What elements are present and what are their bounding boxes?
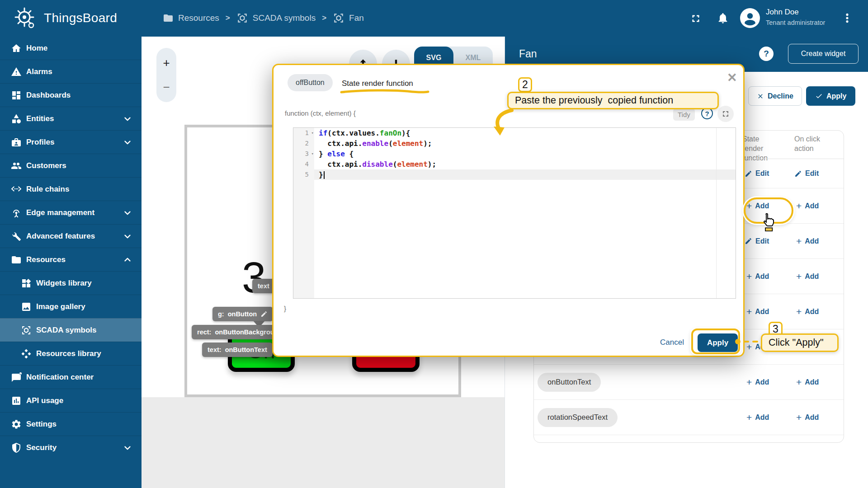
sidebar-item-label: Entities bbox=[26, 114, 54, 123]
sidebar-item-customers[interactable]: Customers bbox=[0, 154, 142, 177]
add-state-render-button[interactable]: +Add bbox=[746, 308, 769, 316]
tidy-button[interactable]: Tidy bbox=[673, 108, 695, 121]
add-state-render-button[interactable]: +Add bbox=[746, 378, 769, 386]
sidebar-item-profiles[interactable]: Profiles bbox=[0, 130, 142, 154]
sidebar-item-label: SCADA symbols bbox=[36, 326, 97, 335]
sidebar-item-label: Image gallery bbox=[36, 302, 85, 311]
editor-fullscreen-icon[interactable] bbox=[717, 106, 734, 122]
thingsboard-app: ThingsBoard Resources > SCADA symbols > … bbox=[0, 0, 868, 488]
sidebar-item-label: Dashboards bbox=[26, 91, 71, 100]
sidebar-item-label: Profiles bbox=[26, 138, 54, 147]
tools-icon bbox=[11, 231, 22, 242]
scada-symbol-icon bbox=[21, 325, 32, 336]
column-header-on-click-action: On click action bbox=[794, 134, 830, 153]
tab-state-render-function[interactable]: State render function bbox=[342, 79, 413, 88]
chevron-down-icon bbox=[123, 114, 132, 124]
add-state-render-button[interactable]: +Add bbox=[746, 272, 769, 281]
sidebar-item-widgets-library[interactable]: Widgets library bbox=[0, 271, 142, 295]
edit-state-render-button[interactable]: Edit bbox=[745, 237, 769, 245]
folder-icon bbox=[11, 254, 22, 265]
tutorial-connector-dot bbox=[735, 339, 741, 344]
kebab-menu-icon[interactable] bbox=[841, 12, 854, 26]
chat-icon bbox=[11, 372, 22, 383]
edit-state-render-button[interactable]: Edit bbox=[745, 169, 769, 178]
element-pill-rotationSpeedText[interactable]: rotationSpeedText bbox=[538, 408, 618, 427]
add-on-click-button[interactable]: +Add bbox=[796, 202, 819, 210]
add-on-click-button[interactable]: +Add bbox=[796, 378, 819, 386]
close-icon[interactable]: ✕ bbox=[727, 73, 737, 82]
breadcrumb-item-scada-symbols[interactable]: SCADA symbols bbox=[236, 12, 316, 24]
zoom-in-button[interactable]: + bbox=[156, 51, 176, 75]
close-icon bbox=[757, 93, 764, 100]
zoom-out-button[interactable]: − bbox=[156, 75, 176, 99]
sidebar-item-label: Rule chains bbox=[26, 185, 69, 194]
sidebar-item-alarms[interactable]: Alarms bbox=[0, 60, 142, 83]
table-row: rotationSpeedText+Add+Add bbox=[534, 400, 844, 435]
element-tag-text[interactable]: text bbox=[252, 279, 275, 293]
apply-button-top[interactable]: Apply bbox=[806, 86, 855, 106]
fold-caret-icon[interactable]: ▾ bbox=[311, 128, 314, 138]
code-line-5[interactable]: } bbox=[314, 169, 736, 180]
notifications-bell-icon[interactable] bbox=[717, 12, 729, 26]
profiles-icon bbox=[11, 137, 22, 148]
code-editor[interactable]: 1▾23▾45 if(ctx.values.fanOn){ ctx.api.en… bbox=[293, 127, 736, 299]
home-icon bbox=[11, 43, 22, 54]
fold-caret-icon[interactable]: ▾ bbox=[311, 149, 314, 159]
help-button[interactable]: ? bbox=[759, 47, 774, 61]
breadcrumb-separator: > bbox=[226, 14, 230, 23]
sidebar-item-resources[interactable]: Resources bbox=[0, 248, 142, 271]
decline-button[interactable]: Decline bbox=[748, 86, 802, 106]
cancel-button[interactable]: Cancel bbox=[660, 338, 684, 347]
sidebar-item-resources-library[interactable]: Resources library bbox=[0, 342, 142, 365]
avatar[interactable] bbox=[740, 8, 760, 28]
add-on-click-button[interactable]: +Add bbox=[796, 308, 819, 316]
add-on-click-button[interactable]: +Add bbox=[796, 413, 819, 422]
sidebar-item-entities[interactable]: Entities bbox=[0, 107, 142, 130]
element-tag-group-onbutton[interactable]: g: onButton bbox=[212, 307, 273, 321]
code-line-3[interactable]: } else { bbox=[314, 149, 736, 159]
tutorial-step-2-callout: Paste the previously copied function bbox=[507, 92, 719, 109]
profiles-icon bbox=[11, 137, 22, 148]
sidebar-item-advanced-features[interactable]: Advanced features bbox=[0, 224, 142, 248]
sidebar-item-notification-center[interactable]: Notification center bbox=[0, 365, 142, 389]
sidebar-item-settings[interactable]: Settings bbox=[0, 412, 142, 436]
editor-scrollbar-track[interactable] bbox=[716, 128, 717, 298]
tutorial-arrow-icon bbox=[489, 108, 514, 136]
fullscreen-icon[interactable] bbox=[690, 13, 702, 26]
edit-on-click-button[interactable]: Edit bbox=[794, 169, 819, 178]
sidebar-item-rule-chains[interactable]: Rule chains bbox=[0, 177, 142, 201]
element-pill-onButtonText[interactable]: onButtonText bbox=[538, 373, 601, 392]
sidebar-item-image-gallery[interactable]: Image gallery bbox=[0, 295, 142, 318]
code-line-1[interactable]: if(ctx.values.fanOn){ bbox=[314, 128, 736, 138]
breadcrumb: Resources > SCADA symbols > Fan bbox=[163, 10, 364, 26]
code-line-4[interactable]: ctx.api.disable(element); bbox=[314, 159, 736, 169]
sidebar-item-edge-management[interactable]: Edge management bbox=[0, 201, 142, 224]
scada-symbol-icon bbox=[333, 12, 344, 24]
code-line-2[interactable]: ctx.api.enable(element); bbox=[314, 138, 736, 149]
logo-text: ThingsBoard bbox=[44, 11, 117, 25]
sidebar-item-security[interactable]: Security bbox=[0, 436, 142, 459]
breadcrumb-separator: > bbox=[322, 14, 326, 23]
sidebar-item-home[interactable]: Home bbox=[0, 37, 142, 60]
offbutton-chip[interactable]: offButton bbox=[288, 74, 333, 91]
chevron-up-icon bbox=[123, 255, 132, 265]
tutorial-connector-dash bbox=[752, 341, 758, 343]
top-bar: ThingsBoard Resources > SCADA symbols > … bbox=[0, 0, 868, 37]
add-on-click-button[interactable]: +Add bbox=[796, 237, 819, 245]
sidebar-item-label: Widgets library bbox=[36, 279, 92, 288]
sidebar-item-api-usage[interactable]: API usage bbox=[0, 389, 142, 412]
text-caret bbox=[324, 171, 325, 179]
line-number: 1▾ bbox=[293, 128, 314, 138]
sidebar-item-dashboards[interactable]: Dashboards bbox=[0, 83, 142, 107]
user-name: John Doe bbox=[766, 8, 799, 17]
dashboards-icon bbox=[11, 90, 22, 101]
editor-code[interactable]: if(ctx.values.fanOn){ ctx.api.enable(ele… bbox=[314, 128, 736, 298]
add-state-render-button[interactable]: +Add bbox=[746, 413, 769, 422]
folder-icon bbox=[11, 254, 22, 265]
create-widget-button[interactable]: Create widget bbox=[788, 44, 859, 64]
sidebar-item-scada-symbols[interactable]: SCADA symbols bbox=[0, 318, 142, 342]
hand-cursor-icon bbox=[761, 212, 776, 231]
element-tag-text-onbuttontext[interactable]: text: onButtonText bbox=[202, 343, 273, 357]
breadcrumb-item-resources[interactable]: Resources bbox=[163, 13, 219, 23]
add-on-click-button[interactable]: +Add bbox=[796, 272, 819, 281]
